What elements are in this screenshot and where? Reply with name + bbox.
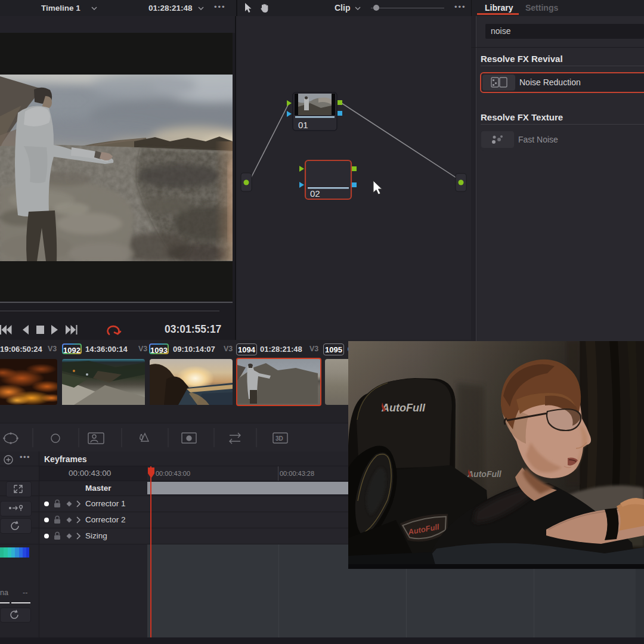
svg-text:01: 01 [298,120,308,130]
svg-text:02: 02 [310,188,320,199]
svg-text:3D: 3D [275,435,283,442]
